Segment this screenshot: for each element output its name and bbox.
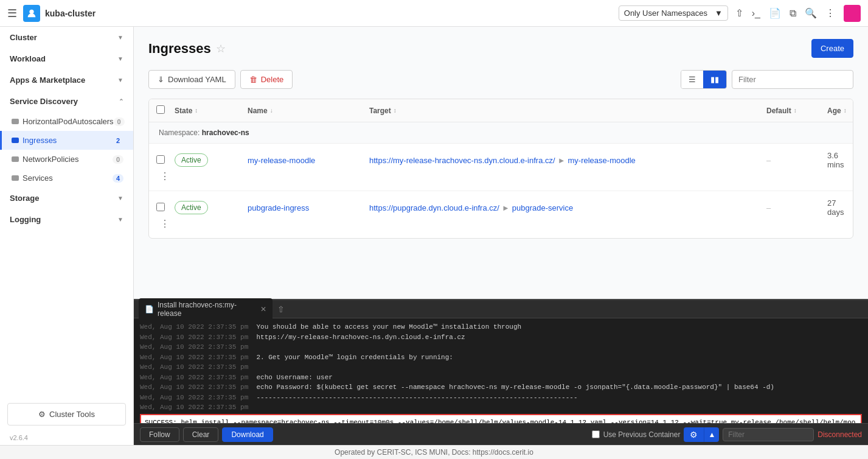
sidebar-item-network-policies[interactable]: NetworkPolicies 0 bbox=[0, 150, 133, 169]
default-sort-icon: ↕ bbox=[794, 107, 797, 114]
sidebar-cluster-header[interactable]: Cluster ▼ bbox=[0, 27, 133, 48]
default-col-header[interactable]: Default ↕ bbox=[766, 107, 827, 115]
gear-icon: ⚙ bbox=[38, 410, 46, 419]
row1-default: – bbox=[766, 156, 827, 165]
sidebar-apps-header[interactable]: Apps & Marketplace ▼ bbox=[0, 69, 133, 91]
grid-icon[interactable]: ⧉ bbox=[790, 8, 796, 19]
view-toggle: ☰ ▮▮ bbox=[681, 70, 727, 89]
namespace-select[interactable]: Only User Namespaces ▼ bbox=[619, 5, 728, 21]
trash-icon: 🗑 bbox=[249, 75, 257, 84]
network-policies-badge: 0 bbox=[113, 155, 123, 164]
sidebar: Cluster ▼ Workload ▼ Apps & Marketplace … bbox=[0, 27, 134, 445]
use-prev-checkbox[interactable] bbox=[592, 430, 600, 438]
cluster-chevron-icon: ▼ bbox=[117, 34, 123, 41]
namespace-chevron-icon: ▼ bbox=[715, 9, 723, 18]
select-all-checkbox[interactable] bbox=[156, 105, 165, 114]
toolbar: ⇓ Download YAML 🗑 Delete ☰ ▮▮ bbox=[148, 70, 853, 89]
sidebar-item-services[interactable]: Services 4 bbox=[0, 169, 133, 187]
row2-checkbox[interactable] bbox=[156, 203, 165, 211]
terminal-tab[interactable]: 📄 Install hrachovec-ns:my-release ✕ bbox=[139, 298, 273, 320]
hpa-icon bbox=[12, 119, 19, 124]
terminal-scroll-up-icon[interactable]: ⇧ bbox=[277, 304, 285, 314]
name-col-header[interactable]: Name ↓ bbox=[248, 107, 369, 115]
row1-arrow-icon: ► bbox=[558, 156, 566, 165]
services-icon bbox=[12, 175, 19, 181]
name-sort-icon: ↓ bbox=[270, 107, 273, 114]
sidebar-service-discovery-header[interactable]: Service Discovery ⌃ bbox=[0, 91, 133, 112]
terminal-icon[interactable]: ›_ bbox=[752, 8, 760, 19]
terminal-filter-input[interactable] bbox=[723, 428, 814, 441]
row2-target-url[interactable]: https://pupgrade.dyn.cloud.e-infra.cz/ bbox=[369, 203, 499, 212]
terminal-line: Wed, Aug 10 2022 2:37:35 pm https://my-r… bbox=[140, 332, 862, 343]
row2-name-link[interactable]: pubgrade-ingress bbox=[248, 203, 309, 212]
apps-chevron-icon: ▼ bbox=[117, 77, 123, 83]
logo bbox=[23, 5, 40, 22]
delete-button[interactable]: 🗑 Delete bbox=[240, 70, 293, 89]
sidebar-item-hpa[interactable]: HorizontalPodAutoscalers 0 bbox=[0, 112, 133, 131]
svg-point-0 bbox=[29, 9, 33, 13]
avatar[interactable] bbox=[844, 5, 861, 22]
age-sort-icon: ↕ bbox=[844, 107, 847, 114]
cluster-tools-btn[interactable]: ⚙ Cluster Tools bbox=[7, 403, 126, 426]
table-row: Active pubgrade-ingress https://pupgrade… bbox=[149, 191, 853, 238]
document-icon[interactable]: 📄 bbox=[769, 7, 781, 19]
content-area: Ingresses ☆ Create ⇓ Download YAML 🗑 Del… bbox=[134, 27, 868, 445]
sidebar-storage-header[interactable]: Storage ▼ bbox=[0, 187, 133, 209]
row1-checkbox[interactable] bbox=[156, 155, 165, 164]
more-icon[interactable]: ⋮ bbox=[825, 7, 835, 19]
service-discovery-chevron-icon: ⌃ bbox=[119, 98, 123, 105]
row1-target-url[interactable]: https://my-release-hrachovec-ns.dyn.clou… bbox=[369, 156, 555, 165]
status-bar: Operated by CERIT-SC, ICS MUNI, Docs: ht… bbox=[0, 445, 868, 459]
terminal-close-icon[interactable]: ✕ bbox=[260, 305, 266, 314]
table-header: State ↕ Name ↓ Target ↕ Default ↕ bbox=[149, 99, 853, 122]
terminal-settings-button[interactable]: ⚙ bbox=[684, 427, 704, 442]
favorite-star-icon[interactable]: ☆ bbox=[216, 42, 226, 55]
list-view-button[interactable]: ☰ bbox=[681, 71, 703, 88]
table-row: Active my-release-moodle https://my-rele… bbox=[149, 144, 853, 191]
sidebar-logging-header[interactable]: Logging ▼ bbox=[0, 209, 133, 230]
menu-icon[interactable]: ☰ bbox=[7, 7, 17, 20]
hpa-badge: 0 bbox=[114, 117, 125, 126]
row1-target-service[interactable]: my-release-moodle bbox=[568, 156, 636, 165]
terminal-line: Wed, Aug 10 2022 2:37:35 pm bbox=[140, 362, 862, 373]
content-main: Ingresses ☆ Create ⇓ Download YAML 🗑 Del… bbox=[134, 27, 868, 299]
page-header: Ingresses ☆ Create bbox=[148, 39, 853, 58]
clear-button[interactable]: Clear bbox=[183, 427, 219, 442]
terminal-icon: 📄 bbox=[145, 305, 154, 314]
row1-menu-button[interactable]: ⋮ bbox=[156, 169, 173, 183]
card-view-button[interactable]: ▮▮ bbox=[703, 71, 726, 88]
namespace-row: Namespace: hrachovec-ns bbox=[149, 122, 853, 144]
terminal-settings-dropdown[interactable]: ▲ bbox=[704, 427, 719, 442]
state-sort-icon: ↕ bbox=[195, 107, 198, 114]
row2-status-badge: Active bbox=[175, 201, 208, 214]
search-icon[interactable]: 🔍 bbox=[805, 7, 817, 19]
sidebar-workload-header[interactable]: Workload ▼ bbox=[0, 48, 133, 69]
row2-arrow-icon: ► bbox=[502, 203, 510, 212]
services-badge: 4 bbox=[113, 174, 123, 183]
target-col-header[interactable]: Target ↕ bbox=[369, 107, 675, 115]
create-button[interactable]: Create bbox=[811, 39, 853, 58]
row1-status-badge: Active bbox=[175, 153, 208, 167]
ingresses-icon bbox=[12, 138, 19, 143]
upload-icon[interactable]: ⇧ bbox=[735, 7, 743, 19]
follow-button[interactable]: Follow bbox=[140, 427, 179, 442]
disconnected-status: Disconnected bbox=[818, 430, 862, 439]
sidebar-item-ingresses[interactable]: Ingresses 2 bbox=[0, 131, 133, 150]
topbar-icons: ⇧ ›_ 📄 ⧉ 🔍 ⋮ bbox=[735, 5, 861, 22]
cluster-name: kuba-cluster bbox=[45, 9, 95, 18]
network-policies-icon bbox=[12, 156, 19, 162]
topbar: ☰ kuba-cluster Only User Namespaces ▼ ⇧ … bbox=[0, 0, 868, 27]
terminal-content[interactable]: Wed, Aug 10 2022 2:37:35 pm You should b… bbox=[134, 318, 868, 423]
download-button[interactable]: Download bbox=[222, 427, 273, 442]
row2-default: – bbox=[766, 203, 827, 212]
filter-input[interactable] bbox=[732, 70, 853, 89]
download-yaml-button[interactable]: ⇓ Download YAML bbox=[148, 70, 235, 89]
terminal-footer: Follow Clear Download Use Previous Conta… bbox=[134, 423, 868, 445]
row2-menu-button[interactable]: ⋮ bbox=[156, 217, 173, 231]
terminal-line: Wed, Aug 10 2022 2:37:35 pm echo Passwor… bbox=[140, 382, 862, 393]
age-col-header[interactable]: Age ↕ bbox=[827, 107, 845, 115]
row2-target-service[interactable]: pubgrade-service bbox=[512, 203, 573, 212]
row1-age: 3.6 mins bbox=[827, 151, 845, 169]
row1-name-link[interactable]: my-release-moodle bbox=[248, 156, 315, 165]
state-col-header[interactable]: State ↕ bbox=[175, 107, 248, 115]
